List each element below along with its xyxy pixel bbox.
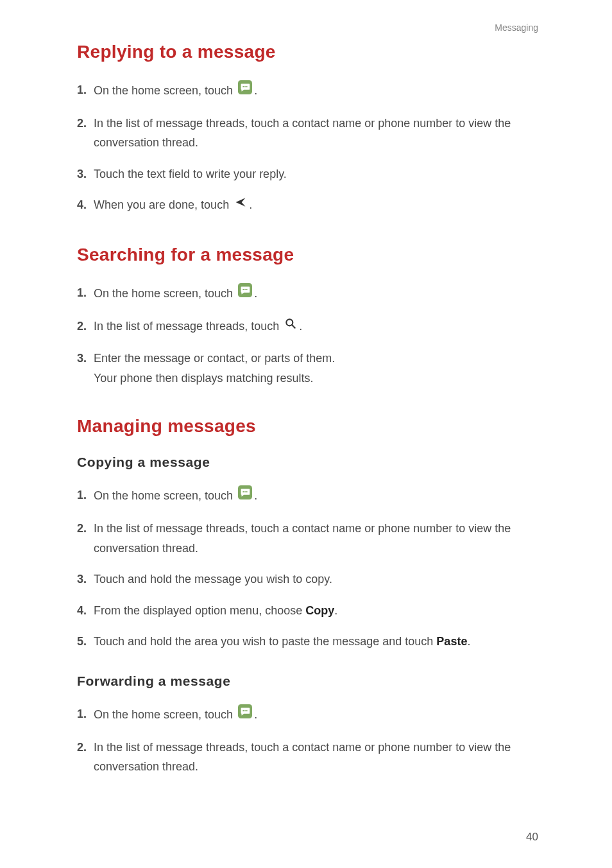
step-subtext: Your phone then displays matching result… <box>94 369 538 388</box>
step-item: 1. On the home screen, touch . <box>77 283 538 305</box>
step-number: 4. <box>77 195 94 215</box>
step-text: . <box>254 707 257 720</box>
step-text: . <box>254 489 257 502</box>
step-text: . <box>299 320 302 333</box>
step-text: Touch the text field to write your reply… <box>94 164 538 184</box>
search-icon <box>284 317 297 336</box>
step-text: On the home screen, touch <box>94 287 233 300</box>
step-number: 1. <box>77 704 94 724</box>
step-item: 2. In the list of message threads, touch… <box>77 519 538 558</box>
step-text: On the home screen, touch <box>94 707 233 720</box>
step-text: . <box>254 287 257 300</box>
step-number: 1. <box>77 80 94 100</box>
step-number: 3. <box>77 349 94 369</box>
subsection-title-forwarding: Forwarding a message <box>77 673 538 689</box>
step-item: 4. When you are done, touch . <box>77 195 538 216</box>
step-item: 2. In the list of message threads, touch… <box>77 738 538 777</box>
section-title-managing: Managing messages <box>77 416 538 437</box>
messaging-app-icon <box>238 485 252 506</box>
step-text: On the home screen, touch <box>94 84 233 97</box>
page-number: 40 <box>526 831 538 844</box>
step-number: 2. <box>77 738 94 758</box>
step-text: Enter the message or contact, or parts o… <box>94 349 538 369</box>
step-text: Touch and hold the message you wish to c… <box>94 569 538 589</box>
messaging-app-icon <box>238 704 252 725</box>
step-text: . <box>249 198 252 211</box>
step-item: 1. On the home screen, touch . <box>77 485 538 507</box>
step-text: From the displayed option menu, choose <box>94 604 305 617</box>
step-text: In the list of message threads, touch a … <box>94 114 538 153</box>
step-item: 2. In the list of message threads, touch… <box>77 317 538 338</box>
step-text: . <box>254 84 257 97</box>
messaging-app-icon <box>238 80 252 101</box>
step-text: In the list of message threads, touch a … <box>94 519 538 558</box>
step-text: . <box>334 604 337 617</box>
step-number: 2. <box>77 519 94 539</box>
subsection-title-copying: Copying a message <box>77 455 538 470</box>
step-number: 5. <box>77 632 94 652</box>
step-text: When you are done, touch <box>94 198 229 211</box>
messaging-app-icon <box>238 283 252 304</box>
step-item: 1. On the home screen, touch . <box>77 80 538 102</box>
section-title-replying: Replying to a message <box>77 42 538 62</box>
breadcrumb: Messaging <box>77 22 538 33</box>
ui-label-copy: Copy <box>305 604 334 617</box>
step-text: On the home screen, touch <box>94 489 233 502</box>
step-text: . <box>467 635 470 648</box>
step-number: 3. <box>77 164 94 184</box>
ui-label-paste: Paste <box>436 635 467 648</box>
step-item: 5. Touch and hold the area you wish to p… <box>77 632 538 652</box>
step-number: 2. <box>77 114 94 134</box>
step-number: 2. <box>77 317 94 336</box>
step-number: 3. <box>77 569 94 589</box>
step-text: In the list of message threads, touch <box>94 320 279 333</box>
step-item: 4. From the displayed option menu, choos… <box>77 601 538 621</box>
step-text: In the list of message threads, touch a … <box>94 738 538 777</box>
step-item: 3. Enter the message or contact, or part… <box>77 349 538 388</box>
step-number: 1. <box>77 283 94 303</box>
step-number: 1. <box>77 485 94 505</box>
step-item: 3. Touch and hold the message you wish t… <box>77 569 538 589</box>
step-text: Touch and hold the area you wish to past… <box>94 635 436 648</box>
section-title-searching: Searching for a message <box>77 245 538 265</box>
step-number: 4. <box>77 601 94 621</box>
step-item: 2. In the list of message threads, touch… <box>77 114 538 153</box>
step-item: 1. On the home screen, touch . <box>77 704 538 726</box>
send-icon <box>234 195 247 215</box>
step-item: 3. Touch the text field to write your re… <box>77 164 538 184</box>
